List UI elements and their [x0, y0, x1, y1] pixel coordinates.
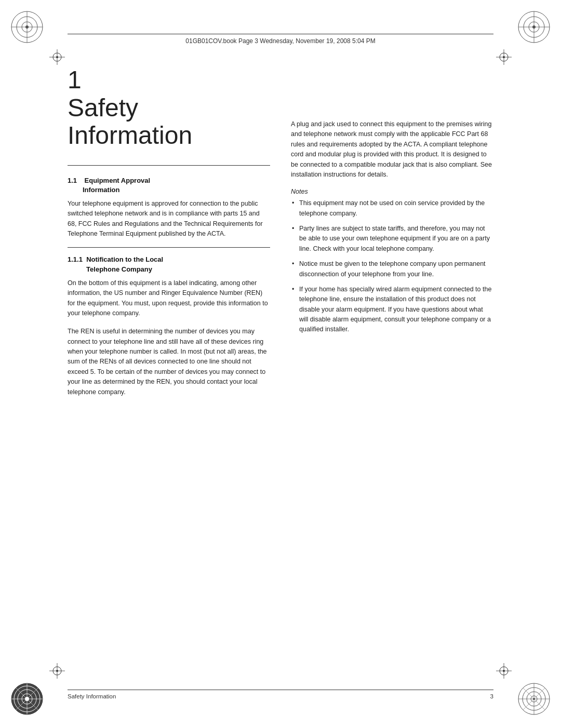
note-item-3: Notice must be given to the telephone co… — [291, 259, 493, 279]
header-text: 01GB01COV.book Page 3 Wednesday, Novembe… — [185, 37, 375, 45]
note-item-1: This equipment may not be used on coin s… — [291, 198, 493, 219]
deco-circle-bottom-right — [516, 681, 552, 719]
section-1-1-1-body2: The REN is useful in determining the num… — [68, 327, 270, 397]
title-divider — [68, 165, 270, 166]
cross-mark-bottom-right — [496, 663, 512, 679]
left-column: 1 SafetyInformation 1.1 Equipment Approv… — [68, 57, 270, 676]
cross-mark-bottom-left — [49, 663, 65, 679]
chapter-title: SafetyInformation — [68, 95, 270, 150]
footer-left: Safety Information — [68, 693, 116, 699]
chapter-number: 1 — [68, 68, 270, 92]
page: 01GB01COV.book Page 3 Wednesday, Novembe… — [0, 0, 561, 728]
notes-label: Notes — [291, 188, 493, 195]
section-1-1-heading: 1.1 Equipment Approval Information — [68, 176, 270, 195]
right-col-body: A plug and jack used to connect this equ… — [291, 119, 493, 180]
note-item-4: If your home has specially wired alarm e… — [291, 285, 493, 335]
notes-list: This equipment may not be used on coin s… — [291, 198, 493, 335]
cross-mark-top-left — [49, 49, 65, 65]
cross-mark-top-right — [496, 49, 512, 65]
footer-right: 3 — [490, 693, 493, 699]
section-divider-1-1 — [68, 247, 270, 248]
note-item-2: Party lines are subject to state tariffs… — [291, 224, 493, 254]
content-area: 1 SafetyInformation 1.1 Equipment Approv… — [68, 57, 493, 676]
page-header: 01GB01COV.book Page 3 Wednesday, Novembe… — [68, 34, 493, 45]
section-1-1-1-body1: On the bottom of this equipment is a lab… — [68, 278, 270, 319]
deco-circle-top-left — [9, 9, 45, 47]
section-1-1-1-heading: 1.1.1 Notification to the Local Telephon… — [68, 255, 270, 274]
right-column: A plug and jack used to connect this equ… — [291, 57, 493, 676]
page-footer: Safety Information 3 — [68, 690, 493, 699]
deco-circle-top-right — [516, 9, 552, 47]
section-1-1-body: Your telephone equipment is approved for… — [68, 199, 270, 239]
two-column-layout: 1 SafetyInformation 1.1 Equipment Approv… — [68, 57, 493, 676]
deco-circle-bottom-left — [9, 681, 45, 719]
